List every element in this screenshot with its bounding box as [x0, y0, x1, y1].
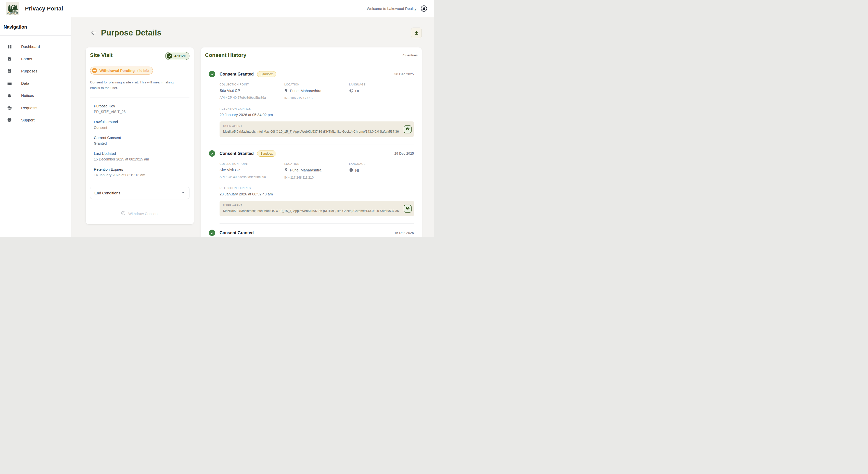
withdrawal-pending-label: Withdrawal Pending	[99, 69, 135, 73]
collection-point-label: COLLECTION POINT	[220, 162, 284, 165]
user-agent-value: Mozilla/5.0 (Macintosh; Intel Mac OS X 1…	[223, 130, 400, 134]
end-conditions-label: End Conditions	[94, 191, 120, 195]
field-value: 14 January 2026 at 08:19:13 am	[94, 173, 189, 177]
status-badge: ACTIVE	[165, 52, 189, 60]
purpose-description: Consent for planning a site visit. This …	[90, 80, 182, 91]
collection-point-label: COLLECTION POINT	[220, 83, 284, 86]
svg-text:REALTY: REALTY	[9, 14, 17, 15]
divider	[90, 97, 189, 97]
consent-entry: Consent Granted 15 Dec 2025 COLLECTION P…	[209, 224, 414, 237]
location-ip: IN • 106.215.177.15	[284, 96, 349, 100]
sidebar-item-label: Dashboard	[21, 45, 40, 49]
language-value: HI	[355, 168, 359, 173]
location-label: LOCATION	[284, 83, 349, 86]
welcome-text: Welcome to Lakewood Reality	[367, 7, 416, 11]
consent-entry: Consent Granted Sandbox 30 Dec 2025 COLL…	[209, 65, 414, 144]
bell-icon	[7, 93, 12, 98]
location-value: Pune, Maharashtra	[290, 89, 321, 93]
language-label: LANGUAGE	[349, 162, 414, 165]
globe-icon	[349, 89, 353, 94]
language-label: LANGUAGE	[349, 83, 414, 86]
field-value: Consent	[94, 125, 189, 129]
entry-title: Consent Granted	[220, 230, 254, 235]
purpose-card: Site Visit ACTIVE Withdrawal Pending (4d…	[86, 48, 194, 224]
back-arrow[interactable]	[90, 30, 97, 36]
sidebar-item-label: Forms	[21, 57, 32, 61]
ban-icon	[121, 211, 126, 216]
lakewood-realty-logo: LAKEWOOD REALTY	[6, 2, 20, 15]
chevron-down-icon	[181, 190, 185, 196]
privacy-portal-app: LAKEWOOD REALTY Privacy Portal Welcome t…	[0, 0, 434, 237]
collection-point-block: COLLECTION POINT Site Visit CP API • CP-…	[220, 162, 284, 179]
entry-date: 29 Dec 2025	[394, 151, 414, 155]
sandbox-badge: Sandbox	[257, 150, 276, 157]
sidebar-item-data[interactable]: Data	[0, 77, 71, 89]
download-button[interactable]	[411, 28, 422, 38]
app-title: Privacy Portal	[25, 5, 63, 12]
field-label: Lawful Ground	[94, 120, 189, 124]
sidebar-item-dashboard[interactable]: Dashboard	[0, 40, 71, 53]
sidebar-item-label: Requests	[21, 106, 37, 110]
account-icon[interactable]	[421, 5, 427, 12]
sidebar-item-label: Purposes	[21, 69, 37, 73]
retention-label: RETENTION EXPIRES	[220, 186, 414, 189]
sidebar-item-label: Support	[21, 118, 35, 122]
language-block: LANGUAGE HI	[349, 162, 414, 179]
check-circle-icon	[209, 71, 215, 77]
document-icon	[7, 56, 12, 61]
retention-value: 29 January 2026 at 05:34:02 pm	[220, 113, 414, 117]
field-label: Last Updated	[94, 151, 189, 156]
sidebar-item-forms[interactable]: Forms	[0, 53, 71, 65]
map-pin-icon	[284, 89, 288, 93]
collection-point-api: API • CP-40-67e9b3d9ea5bc89a	[220, 175, 284, 179]
consent-entry: Consent Granted Sandbox 29 Dec 2025 COLL…	[209, 144, 414, 224]
entry-date: 15 Dec 2025	[394, 231, 414, 235]
user-agent-label: USER AGENT	[223, 204, 400, 207]
sidebar-nav: Dashboard Forms Purposes	[0, 36, 71, 126]
field-purpose-key: Purpose Key PR_SITE_VISIT_23	[94, 104, 189, 114]
entries-count: 43 entries	[403, 53, 418, 57]
check-circle-icon	[209, 150, 215, 157]
consent-history-card: Consent History 43 entries Consent Grant…	[201, 48, 422, 237]
eye-icon	[405, 206, 410, 211]
entry-date: 30 Dec 2025	[394, 72, 414, 76]
language-value: HI	[355, 89, 359, 93]
eye-icon	[405, 126, 410, 132]
retention-block: RETENTION EXPIRES 28 January 2026 at 08:…	[220, 186, 414, 196]
withdraw-consent-button[interactable]: Withdraw Consent	[90, 211, 189, 216]
purpose-fields: Purpose Key PR_SITE_VISIT_23 Lawful Grou…	[90, 104, 189, 177]
retention-label: RETENTION EXPIRES	[220, 107, 414, 110]
collection-point-value: Site Visit CP	[220, 89, 284, 93]
sidebar: Navigation Dashboard Forms	[0, 17, 71, 237]
check-circle-icon	[167, 53, 172, 59]
location-value: Pune, Maharashtra	[290, 168, 321, 172]
location-block: LOCATION Pune, Maharashtra IN • 117.248.…	[284, 162, 349, 179]
sidebar-item-support[interactable]: Support	[0, 114, 71, 126]
entry-title: Consent Granted	[220, 72, 254, 77]
purpose-title: Site Visit	[90, 52, 113, 58]
field-value: 15 December 2025 at 08:19:15 am	[94, 157, 189, 161]
sandbox-badge: Sandbox	[257, 71, 276, 77]
sidebar-item-notices[interactable]: Notices	[0, 89, 71, 101]
sidebar-item-label: Data	[21, 81, 29, 86]
location-label: LOCATION	[284, 162, 349, 165]
sidebar-item-requests[interactable]: Requests	[0, 101, 71, 114]
user-agent-value: Mozilla/5.0 (Macintosh; Intel Mac OS X 1…	[223, 209, 400, 213]
field-last-updated: Last Updated 15 December 2025 at 08:19:1…	[94, 151, 189, 161]
sidebar-item-purposes[interactable]: Purposes	[0, 65, 71, 77]
page-title: Purpose Details	[101, 28, 161, 37]
end-conditions-expander[interactable]: End Conditions	[90, 187, 189, 199]
collection-point-block: COLLECTION POINT Site Visit CP API • CP-…	[220, 83, 284, 100]
consent-history-title: Consent History	[205, 52, 246, 58]
sidebar-heading: Navigation	[0, 17, 71, 35]
retention-value: 28 January 2026 at 08:52:43 am	[220, 192, 414, 196]
field-label: Retention Expires	[94, 167, 189, 172]
view-user-agent-button[interactable]	[404, 205, 411, 212]
field-lawful-ground: Lawful Ground Consent	[94, 120, 189, 129]
user-agent-label: USER AGENT	[223, 124, 400, 127]
track-changes-icon	[7, 105, 12, 110]
user-agent-box: USER AGENT Mozilla/5.0 (Macintosh; Intel…	[220, 121, 414, 137]
field-retention-expires: Retention Expires 14 January 2026 at 08:…	[94, 167, 189, 177]
view-user-agent-button[interactable]	[404, 125, 411, 133]
main-content: Purpose Details Site Visit ACTIVE	[71, 17, 434, 237]
